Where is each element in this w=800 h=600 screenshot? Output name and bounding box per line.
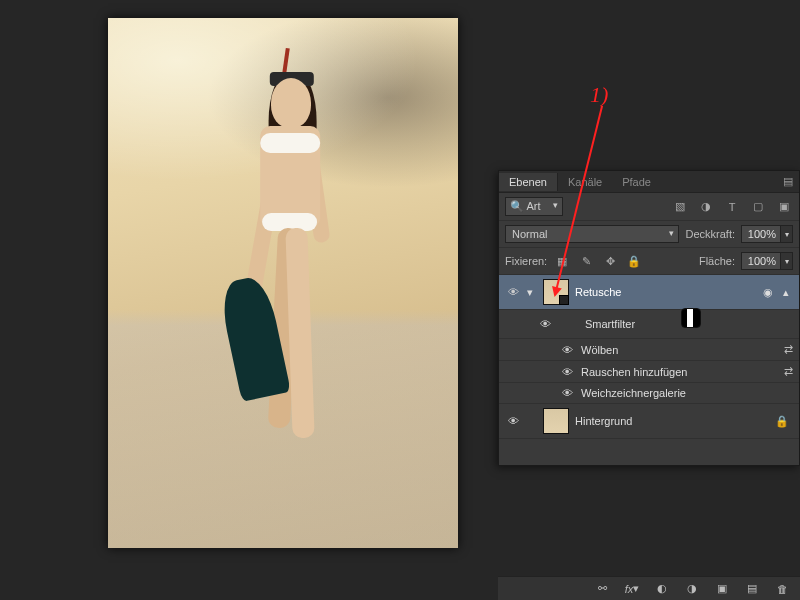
filter-blend-options-icon[interactable]: ⇄	[784, 365, 793, 378]
delete-layer-icon[interactable]: 🗑	[772, 581, 792, 597]
lock-label: Fixieren:	[505, 255, 547, 267]
blend-mode-select[interactable]: Normal	[505, 225, 679, 243]
panel-menu-icon[interactable]: ▤	[777, 175, 799, 188]
lock-row: Fixieren: ▦ ✎ ✥ 🔒 Fläche: 100% ▾	[499, 248, 799, 275]
link-layers-icon[interactable]: ⚯	[592, 581, 612, 597]
lock-icon[interactable]: 🔒	[771, 415, 793, 428]
annotation-label: 1)	[590, 82, 608, 108]
filter-rauschen[interactable]: 👁 Rauschen hinzufügen ⇄	[499, 361, 799, 383]
layer-name[interactable]: Hintergrund	[575, 415, 765, 427]
filter-pixel-icon[interactable]: ▧	[671, 199, 689, 215]
layers-panel: Ebenen Kanäle Pfade ▤ 🔍 Art ▧ ◑ T ▢ ▣ No…	[498, 170, 800, 466]
filter-wolben[interactable]: 👁 Wölben ⇄	[499, 339, 799, 361]
layer-retusche[interactable]: 👁 ▾ Retusche ◉ ▴	[499, 275, 799, 310]
lock-paint-icon[interactable]: ✎	[577, 253, 595, 269]
tab-paths[interactable]: Pfade	[612, 173, 661, 191]
visibility-toggle-icon[interactable]: 👁	[505, 415, 521, 427]
layer-name[interactable]: Retusche	[575, 286, 753, 298]
blend-mode-value: Normal	[512, 228, 547, 240]
filter-visibility-icon[interactable]: ◉	[759, 286, 777, 299]
smartfilter-row[interactable]: 👁 Smartfilter	[499, 310, 799, 339]
filter-smart-icon[interactable]: ▣	[775, 199, 793, 215]
opacity-input[interactable]: 100%	[741, 225, 781, 243]
new-layer-icon[interactable]: ▤	[742, 581, 762, 597]
layer-search-type-select[interactable]: 🔍 Art	[505, 197, 563, 216]
photo-content	[223, 78, 343, 478]
filter-name: Weichzeichnergalerie	[581, 387, 793, 399]
filter-adjust-icon[interactable]: ◑	[697, 199, 715, 215]
panel-tabs: Ebenen Kanäle Pfade ▤	[499, 171, 799, 193]
layers-list: 👁 ▾ Retusche ◉ ▴ 👁 Smartfilter 👁 Wölben …	[499, 275, 799, 465]
filter-shape-icon[interactable]: ▢	[749, 199, 767, 215]
visibility-toggle-icon[interactable]: 👁	[559, 344, 575, 356]
filter-name: Rauschen hinzufügen	[581, 366, 778, 378]
search-type-label: Art	[526, 200, 540, 212]
tab-layers[interactable]: Ebenen	[499, 173, 558, 191]
group-layers-icon[interactable]: ▣	[712, 581, 732, 597]
layer-thumbnail[interactable]	[543, 408, 569, 434]
fill-label: Fläche:	[699, 255, 735, 267]
fill-dropdown-icon[interactable]: ▾	[781, 252, 793, 270]
blend-row: Normal Deckkraft: 100% ▾	[499, 221, 799, 248]
lock-move-icon[interactable]: ✥	[601, 253, 619, 269]
layers-bottom-toolbar: ⚯ fx▾ ◐ ◑ ▣ ▤ 🗑	[498, 576, 800, 600]
expand-arrow-icon[interactable]: ▴	[783, 286, 793, 299]
filter-type-icon[interactable]: T	[723, 199, 741, 215]
fill-input[interactable]: 100%	[741, 252, 781, 270]
visibility-toggle-icon[interactable]: 👁	[559, 366, 575, 378]
visibility-toggle-icon[interactable]: 👁	[559, 387, 575, 399]
filter-mask-thumbnail[interactable]	[681, 308, 701, 328]
collapse-arrow-icon[interactable]: ▾	[527, 286, 537, 299]
opacity-label: Deckkraft:	[685, 228, 735, 240]
layer-fx-icon[interactable]: fx▾	[622, 581, 642, 597]
document-canvas[interactable]	[108, 18, 458, 548]
visibility-toggle-icon[interactable]: 👁	[505, 286, 521, 298]
layer-hintergrund[interactable]: 👁 Hintergrund 🔒	[499, 404, 799, 439]
lock-all-icon[interactable]: 🔒	[625, 253, 643, 269]
opacity-dropdown-icon[interactable]: ▾	[781, 225, 793, 243]
search-icon: 🔍	[510, 200, 524, 212]
layer-mask-icon[interactable]: ◐	[652, 581, 672, 597]
layer-search-row: 🔍 Art ▧ ◑ T ▢ ▣	[499, 193, 799, 221]
adjustment-layer-icon[interactable]: ◑	[682, 581, 702, 597]
filter-blend-options-icon[interactable]: ⇄	[784, 343, 793, 356]
visibility-toggle-icon[interactable]: 👁	[537, 318, 553, 330]
filter-weichzeichner[interactable]: 👁 Weichzeichnergalerie	[499, 383, 799, 404]
filter-name: Wölben	[581, 344, 778, 356]
